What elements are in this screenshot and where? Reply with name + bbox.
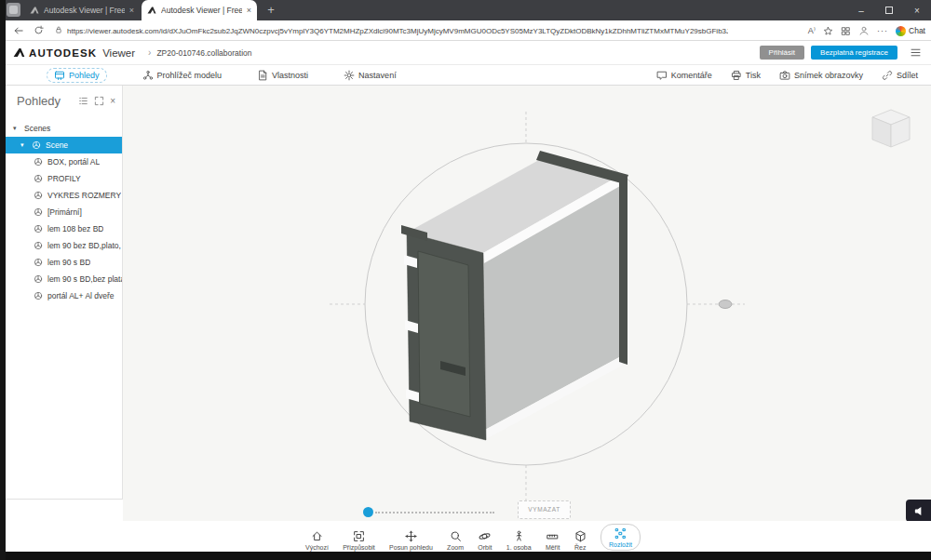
toolbar-label: Vlastnosti xyxy=(272,71,308,80)
viewpoint-icon xyxy=(34,191,43,200)
explode-slider-thumb[interactable] xyxy=(363,507,373,517)
tree-node[interactable]: [Primární] xyxy=(6,204,122,220)
list-view-icon[interactable] xyxy=(78,96,88,106)
explode-slider[interactable] xyxy=(363,507,495,518)
tab-title: Autodesk Viewer | Free Online Fi xyxy=(44,6,125,15)
viewcube[interactable] xyxy=(872,110,910,147)
maximize-icon xyxy=(885,7,893,14)
extensions-icon[interactable] xyxy=(841,26,851,36)
toolbar-label: Pohledy xyxy=(69,71,100,80)
viewer-header: AUTODESK Viewer › ZP20-010746.collaborat… xyxy=(6,41,931,65)
comment-icon xyxy=(656,70,668,81)
tree-label: Scenes xyxy=(24,124,50,133)
model-browser-icon xyxy=(142,70,154,81)
tab-views[interactable]: Pohledy xyxy=(47,68,107,83)
brand-name: AUTODESK xyxy=(29,47,97,59)
megaphone-icon xyxy=(912,505,924,517)
tab-model-browser[interactable]: Prohlížeč modelu xyxy=(142,70,223,81)
tool-section[interactable]: Řez xyxy=(574,530,587,551)
window-maximize-button[interactable] xyxy=(875,0,903,20)
tree-node[interactable]: BOX, portál AL xyxy=(6,153,122,170)
tree-node[interactable]: portál AL+ Al dveře xyxy=(6,287,122,304)
window-minimize-button[interactable]: – xyxy=(847,0,875,20)
browser-tab-strip: Autodesk Viewer | Free Online Fi × Autod… xyxy=(0,0,931,20)
panel-title: Pohledy xyxy=(17,94,61,108)
print-button[interactable]: Tisk xyxy=(731,70,761,81)
tree-node-scenes[interactable]: ▾ Scenes xyxy=(6,120,122,137)
tree-node[interactable]: lem 90 s BD xyxy=(6,254,122,271)
section-box-icon xyxy=(574,530,587,542)
window-close-button[interactable]: × xyxy=(903,0,931,20)
autodesk-brand[interactable]: AUTODESK Viewer xyxy=(13,47,135,59)
browser-tab-active[interactable]: Autodesk Viewer | Free Online Fil × xyxy=(142,0,257,20)
tree-node[interactable]: VYKRES ROZMERY xyxy=(6,187,122,204)
tree-label: lem 108 bez BD xyxy=(47,224,103,233)
explode-slider-track[interactable] xyxy=(375,512,494,513)
copilot-chat-button[interactable]: Chat xyxy=(896,26,925,36)
caret-down-icon[interactable]: ▾ xyxy=(20,141,28,149)
new-tab-button[interactable]: + xyxy=(263,1,279,20)
explode-clear-button[interactable]: VYMAZAT xyxy=(518,500,571,519)
tree-node[interactable]: lem 90 bez BD,plato, portál xyxy=(6,237,122,254)
profile-avatar-icon[interactable] xyxy=(858,25,870,36)
properties-icon xyxy=(257,70,268,81)
tree-node[interactable]: PROFILY xyxy=(6,170,122,187)
viewpoint-icon xyxy=(34,207,43,217)
browser-menu-icon[interactable]: ··· xyxy=(877,26,888,35)
sign-in-button[interactable]: Přihlásit xyxy=(760,46,804,60)
explode-icon xyxy=(614,527,627,540)
model-3d-box[interactable] xyxy=(401,151,628,440)
tool-first-person[interactable]: 1. osoba xyxy=(506,530,532,551)
screenshot-button[interactable]: Snímek obrazovky xyxy=(779,70,863,81)
printer-icon xyxy=(731,70,742,81)
back-icon[interactable] xyxy=(13,25,24,36)
browser-tab-inactive[interactable]: Autodesk Viewer | Free Online Fi × xyxy=(24,0,140,20)
explode-radius-handle[interactable] xyxy=(719,300,732,309)
tool-label: Rozložit xyxy=(609,541,632,548)
tree-label: portál AL+ Al dveře xyxy=(47,291,115,300)
comments-button[interactable]: Komentáře xyxy=(656,70,712,81)
tool-explode[interactable]: Rozložit xyxy=(600,524,641,551)
tab-settings[interactable]: Nastavení xyxy=(344,70,397,81)
tree-label: VYKRES ROZMERY xyxy=(47,191,121,200)
feedback-button[interactable] xyxy=(906,500,931,522)
model-canvas[interactable] xyxy=(123,86,931,521)
favorite-star-icon[interactable] xyxy=(823,26,833,36)
address-bar[interactable]: https://viewer.autodesk.com/id/dXJuOmFkc… xyxy=(67,27,728,35)
tool-orbit[interactable]: Orbit xyxy=(478,530,492,551)
expand-panel-icon[interactable] xyxy=(94,96,104,106)
chat-label: Chat xyxy=(909,26,925,35)
refresh-icon[interactable] xyxy=(34,25,44,35)
tool-home[interactable]: Výchozí xyxy=(305,530,329,551)
tool-pan[interactable]: Posun pohledu xyxy=(389,530,433,551)
views-tree: ▾ Scenes ▾ Scene BOX, portál AL PROFILY … xyxy=(6,120,122,304)
breadcrumb: › ZP20-010746.collaboration xyxy=(148,47,251,58)
magnifier-icon xyxy=(450,530,462,542)
toolbar-label: Tisk xyxy=(746,71,761,80)
app-icon[interactable] xyxy=(7,3,20,17)
viewer-toolbar: Pohledy Prohlížeč modelu Vlastnosti Nast… xyxy=(6,65,931,86)
tree-node[interactable]: lem 90 s BD,bez plata xyxy=(6,271,122,287)
tool-measure[interactable]: Měřit xyxy=(546,530,560,551)
tab-close-icon[interactable]: × xyxy=(247,6,251,15)
brand-product: Viewer xyxy=(102,47,135,59)
tree-label: lem 90 s BD xyxy=(47,258,90,267)
orbit-icon xyxy=(479,530,491,542)
tab-properties[interactable]: Vlastnosti xyxy=(257,70,308,81)
tool-fit[interactable]: Přizpůsobit xyxy=(343,530,375,551)
tree-node[interactable]: lem 108 bez BD xyxy=(6,220,122,237)
tree-node-scene-selected[interactable]: ▾ Scene xyxy=(6,137,122,153)
views-panel: Pohledy × ▾ Scenes ▾ Scene BOX, portál A… xyxy=(6,86,123,500)
close-panel-icon[interactable]: × xyxy=(110,97,115,106)
register-button[interactable]: Bezplatná registrace xyxy=(811,46,897,60)
caret-down-icon[interactable]: ▾ xyxy=(13,125,20,132)
menu-hamburger-icon[interactable] xyxy=(910,47,922,59)
lock-icon xyxy=(54,25,63,34)
tab-close-icon[interactable]: × xyxy=(129,6,134,15)
home-icon xyxy=(311,530,323,542)
viewpoint-icon xyxy=(34,258,43,267)
read-aloud-icon[interactable]: A⁾ xyxy=(808,26,816,35)
share-button[interactable]: Sdílet xyxy=(882,70,918,81)
tool-zoom[interactable]: Zoom xyxy=(447,530,464,551)
tool-label: Přizpůsobit xyxy=(343,544,375,551)
